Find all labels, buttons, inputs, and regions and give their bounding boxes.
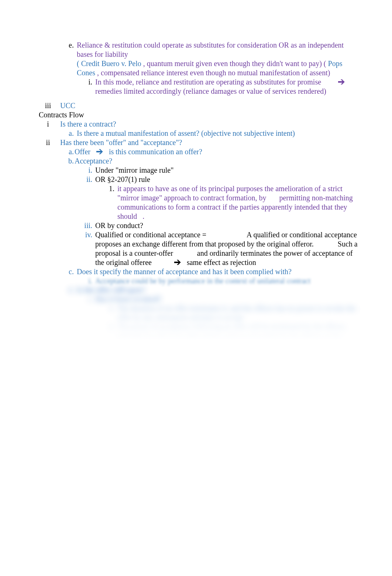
heading-contracts-flow: Contracts Flow xyxy=(39,110,359,120)
marker-ii-d-i-1: 1. xyxy=(39,304,117,313)
text-ii-b-iii: OR by conduct? xyxy=(95,221,359,230)
item-ii-b-i: i. Under "mirror image rule" xyxy=(39,166,359,175)
marker-i-a: a. xyxy=(39,129,77,138)
marker-ii-c: c. xyxy=(39,267,77,276)
arrow-icon: 🡪 xyxy=(338,78,345,86)
item-ii-b-ii-1: 1. it appears to have as one of its prin… xyxy=(39,184,359,221)
text-ii-d-i-2: The power of acceptance following an off… xyxy=(117,323,359,350)
text-ii-d-i-1: The duration of an offer terminates it, … xyxy=(117,304,359,323)
item-ii-b: b. Acceptance? xyxy=(39,156,359,166)
text-ii-b-ii-1: it appears to have as one of its princip… xyxy=(117,184,359,221)
e-i-b: remedies limited accordingly (reliance d… xyxy=(95,87,326,95)
marker-e-i: i. xyxy=(39,77,95,87)
marker-iii: iii xyxy=(39,101,60,110)
item-ii-a: a. Offer 🡪 is this communication an offe… xyxy=(39,147,359,156)
ii-b-ii-1-c: . xyxy=(142,212,144,220)
text-e-i: In this mode, reliance and restitution a… xyxy=(95,77,359,96)
iv-lead: Qualified or conditional acceptance = xyxy=(95,231,206,239)
item-i-a: a. Is there a mutual manifestation of as… xyxy=(39,129,359,138)
item-ii-b-iii: iii. OR by conduct? xyxy=(39,221,359,230)
item-ii-b-ii: ii. OR §2-207(1) rule xyxy=(39,175,359,184)
marker-ii-b-iii: iii. xyxy=(39,221,95,230)
marker-ii-b-ii: ii. xyxy=(39,175,95,184)
item-ii-d-i-1: 1. The duration of an offer terminates i… xyxy=(39,304,359,323)
item-ii-d: d. Is the offer still open? xyxy=(39,286,359,295)
item-ii: ii Has there been "offer" and "acceptanc… xyxy=(39,138,359,147)
marker-ii-b: b. xyxy=(39,156,75,166)
item-ii-d-i: i. Has it been revoked? xyxy=(39,295,359,304)
marker-ii-b-ii-1: 1. xyxy=(39,184,117,193)
e-case2-rest: , compensated reliance interest even tho… xyxy=(97,69,330,77)
item-ii-d-i-2: 2. The power of acceptance following an … xyxy=(39,323,359,350)
item-iii: iii UCC xyxy=(39,101,359,110)
text-i-a: Is there a mutual manifestation of assen… xyxy=(77,129,359,138)
text-ii: Has there been "offer" and "acceptance"? xyxy=(60,138,359,147)
text-iii: UCC xyxy=(60,101,359,110)
text-e: Reliance & restitution could operate as … xyxy=(77,41,359,77)
marker-ii-d-i: i. xyxy=(39,295,95,304)
text-ii-b-i: Under "mirror image rule" xyxy=(95,166,359,175)
arrow-icon: 🡪 xyxy=(174,258,181,266)
marker-ii-d-i-2: 2. xyxy=(39,323,117,332)
item-e: e. Reliance & restitution could operate … xyxy=(39,41,359,77)
e-case1-open: ( Credit Buero v. Pelo xyxy=(77,59,141,68)
marker-ii-c-i: i. xyxy=(39,276,95,286)
text-ii-b-iv: Qualified or conditional acceptance = A … xyxy=(95,230,359,267)
text-ii-b-ii: OR §2-207(1) rule xyxy=(95,175,359,184)
marker-ii-a: a. xyxy=(39,147,75,156)
text-ii-c-i: Acceptance could be by performance in th… xyxy=(95,276,359,286)
iv-tail: same effect as rejection xyxy=(187,258,256,266)
ii-a-tail: is this communication an offer? xyxy=(109,148,202,156)
text-ii-d-i: Has it been revoked? xyxy=(95,295,359,304)
e-line1: Reliance & restitution could operate as … xyxy=(77,41,344,58)
e-i-a: In this mode, reliance and restitution a… xyxy=(95,78,321,86)
marker-ii-d: d. xyxy=(39,286,77,295)
document-page: e. Reliance & restitution could operate … xyxy=(0,0,392,365)
ii-a-label: Offer xyxy=(75,148,90,156)
marker-ii-b-i: i. xyxy=(39,166,95,175)
text-ii-a: Offer 🡪 is this communication an offer? xyxy=(75,147,359,156)
marker-e: e. xyxy=(39,41,77,50)
marker-i: i xyxy=(39,120,60,129)
item-i: i Is there a contract? xyxy=(39,120,359,129)
arrow-icon: 🡪 xyxy=(96,148,103,156)
text-ii-d: Is the offer still open? xyxy=(77,286,359,295)
marker-ii-b-iv: iv. xyxy=(39,230,95,239)
item-ii-c: c. Does it specify the manner of accepta… xyxy=(39,267,359,276)
e-case1-rest: , quantum meruit given even though they … xyxy=(143,59,326,68)
text-i: Is there a contract? xyxy=(60,120,359,129)
item-e-i: i. In this mode, reliance and restitutio… xyxy=(39,77,359,96)
blurred-content: i. Acceptance could be by performance in… xyxy=(39,276,359,350)
marker-ii: ii xyxy=(39,138,60,147)
item-ii-b-iv: iv. Qualified or conditional acceptance … xyxy=(39,230,359,267)
item-ii-c-i: i. Acceptance could be by performance in… xyxy=(39,276,359,286)
text-ii-b: Acceptance? xyxy=(75,156,359,166)
text-ii-c: Does it specify the manner of acceptance… xyxy=(77,267,359,276)
